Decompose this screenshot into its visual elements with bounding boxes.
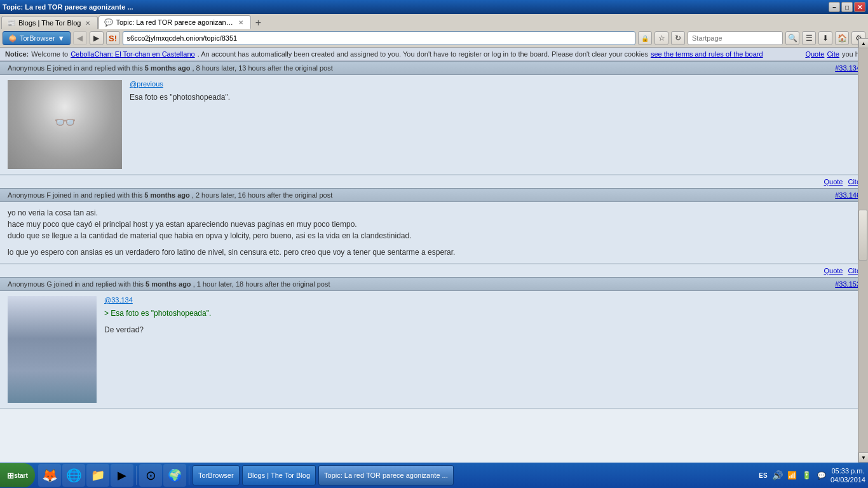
post-g-avatar (8, 296, 97, 403)
network-icon: 📶 (787, 471, 797, 480)
notice-quote-button[interactable]: Quote (805, 50, 824, 58)
scroll-down-button[interactable]: ▼ (858, 452, 868, 463)
chrome-taskbar-icon[interactable]: ⊙ (139, 464, 162, 487)
scroll-thumb[interactable] (858, 210, 867, 261)
window-controls: – □ ✕ (829, 2, 865, 12)
start-label: start (14, 472, 28, 479)
close-button[interactable]: ✕ (854, 2, 865, 12)
post-e-reply-link[interactable]: @previous (130, 80, 860, 88)
post-f-header: Anonymous F joined in and replied with t… (0, 188, 868, 202)
forward-button[interactable]: ▶ (90, 31, 104, 45)
post-g-number[interactable]: #33,152 (835, 280, 860, 288)
explorer-taskbar-icon[interactable]: 📁 (86, 464, 109, 487)
post-e-header: Anonymous E joined in and replied with t… (0, 61, 868, 75)
post-f-container: Anonymous F joined in and replied with t… (0, 188, 868, 277)
taskbar-divider (136, 466, 137, 485)
firefox-taskbar-icon[interactable]: 🦊 (38, 464, 61, 487)
notice-message: . An account has automatically been crea… (198, 50, 648, 58)
globe-taskbar-icon[interactable]: 🌍 (163, 464, 186, 487)
post-g-quote-line: > Esa foto es "photoshopeada". (104, 308, 860, 319)
post-f-text-area: yo no veria la cosa tan asi. hace muy po… (8, 207, 860, 258)
refresh-button[interactable]: ↻ (671, 31, 685, 45)
tor-dropdown-icon: ▼ (58, 34, 65, 42)
menu-button[interactable]: ☰ (802, 31, 816, 45)
post-e-number[interactable]: #33,134 (835, 64, 860, 72)
network-tray-icon[interactable]: 📶 (786, 469, 799, 482)
start-button[interactable]: ⊞ start (0, 463, 35, 487)
back-button[interactable]: ◀ (73, 31, 87, 45)
notice-cite-button[interactable]: Cite (827, 50, 839, 58)
s1-button[interactable]: S! (106, 31, 120, 45)
tab-close-button[interactable]: ✕ (83, 18, 92, 27)
tab-bar: 📰 Blogs | The Tor Blog ✕ 💬 Topic: La red… (0, 14, 868, 29)
battery-tray-icon[interactable]: 🔋 (801, 469, 813, 482)
tab-title: Blogs | The Tor Blog (18, 19, 81, 27)
scrollbar: ▲ ▼ (858, 38, 868, 463)
media-taskbar-icon[interactable]: ▶ (111, 464, 133, 487)
globe-icon: 🌍 (168, 468, 182, 482)
post-g-reply-link[interactable]: @33,134 (104, 296, 860, 304)
maximize-button[interactable]: □ (841, 2, 853, 12)
post-f-number[interactable]: #33,146 (835, 191, 860, 199)
star-icon[interactable]: ☆ (654, 31, 668, 45)
scroll-up-button[interactable]: ▲ (858, 38, 868, 48)
post-e-container: Anonymous E joined in and replied with t… (0, 61, 868, 188)
tab-tor-blog[interactable]: 📰 Blogs | The Tor Blog ✕ (1, 16, 98, 29)
post-f-time-strong: 5 months ago (144, 191, 190, 199)
title-bar: Topic: La red TOR parece agonizante ... … (0, 0, 868, 14)
balloon-tray-icon[interactable]: 💬 (815, 469, 828, 482)
notice-actions: Quote Cite (805, 50, 839, 58)
window-title: Topic: La red TOR parece agonizante ... (3, 3, 133, 11)
volume-tray-icon[interactable]: 🔊 (771, 469, 784, 482)
lang-label: ES (759, 472, 767, 479)
post-f-actions: Quote Cite (0, 264, 868, 277)
post-f-line-1: hace muy poco que cayó el principal host… (8, 219, 860, 230)
tor-blog-taskbar-btn[interactable]: Blogs | The Tor Blog (242, 465, 316, 485)
nav-bar: 🧅 TorBrowser ▼ ◀ ▶ S! 🔒 ☆ ↻ 🔍 ☰ ⬇ 🏠 ⚙ (0, 29, 868, 48)
home-button[interactable]: 🏠 (835, 31, 849, 45)
post-g-body: @33,134 > Esa foto es "photoshopeada". D… (0, 291, 868, 409)
post-e-body: @previous Esa foto es "photoshopeada". (0, 75, 868, 175)
add-tab-button[interactable]: + (252, 17, 264, 29)
keyboard-tray-icon[interactable]: ES (757, 469, 770, 482)
tab-favicon: 💬 (104, 18, 113, 27)
post-g-text: De verdad? (104, 324, 860, 336)
url-bar[interactable] (123, 31, 635, 45)
explorer-icon: 📁 (91, 468, 105, 482)
post-f-line-0: yo no veria la cosa tan asi. (8, 207, 860, 219)
post-f-body: yo no veria la cosa tan asi. hace muy po… (0, 202, 868, 264)
topic-taskbar-btn[interactable]: Topic: La red TOR parece agonizante ... (318, 465, 454, 485)
taskbar-divider2 (189, 466, 189, 485)
ie-taskbar-icon[interactable]: 🌐 (62, 464, 85, 487)
post-e-text-area: @previous Esa foto es "photoshopeada". (130, 80, 860, 169)
tab-close-button[interactable]: ✕ (236, 18, 245, 27)
date-text: 04/03/2014 (831, 475, 865, 484)
post-e-time-rest: , 8 hours later, 13 hours after the orig… (192, 64, 332, 72)
notice-terms-link[interactable]: see the terms and rules of the board (651, 50, 763, 58)
notice-site-name[interactable]: CebollaChan: El Tor-chan en Castellano (71, 50, 194, 58)
firefox-icon: 🦊 (42, 468, 58, 483)
download-button[interactable]: ⬇ (818, 31, 832, 45)
post-e-time-strong: 5 months ago (145, 64, 191, 72)
scroll-track[interactable] (858, 48, 868, 452)
post-f-header-text: Anonymous F joined in and replied with t… (8, 191, 332, 199)
notice-bar: Notice: Welcome to CebollaChan: El Tor-c… (0, 48, 868, 61)
tor-browser-taskbar-btn[interactable]: TorBrowser (193, 465, 240, 485)
ie-icon: 🌐 (66, 468, 82, 483)
tab-topic[interactable]: 💬 Topic: La red TOR parece agonizante ..… (98, 15, 251, 29)
post-g-header-text: Anonymous G joined in and replied with t… (8, 280, 330, 288)
search-go-button[interactable]: 🔍 (785, 31, 799, 45)
minimize-button[interactable]: – (829, 2, 840, 12)
notice-welcome-text: Welcome to (31, 50, 68, 58)
clock[interactable]: 05:33 p.m. 04/03/2014 (831, 466, 865, 485)
page-content: Notice: Welcome to CebollaChan: El Tor-c… (0, 48, 868, 463)
volume-icon: 🔊 (772, 470, 783, 480)
search-input[interactable] (688, 31, 783, 45)
post-f-quote-button[interactable]: Quote (824, 267, 843, 274)
post-e-quote-button[interactable]: Quote (824, 178, 843, 186)
post-g-header: Anonymous G joined in and replied with t… (0, 277, 868, 291)
s1-icon: S! (109, 34, 117, 43)
tor-browser-button[interactable]: 🧅 TorBrowser ▼ (3, 31, 71, 45)
tray-icons: ES 🔊 📶 🔋 💬 (757, 469, 828, 482)
post-f-line-4: lo que yo espero con ansias es un verdad… (8, 247, 860, 258)
